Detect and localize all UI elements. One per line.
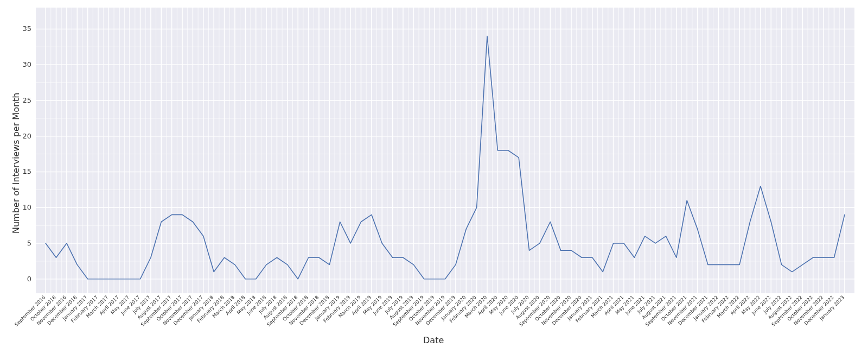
y-tick-label: 15 [22,167,31,175]
y-tick-label: 30 [22,60,31,68]
y-tick-label: 5 [27,239,31,247]
y-tick-label: 25 [22,96,31,104]
chart-container: 05101520253035September 2016October 2016… [0,0,868,353]
y-tick-label: 10 [22,203,31,211]
y-tick-label: 35 [22,24,31,33]
x-axis-label: Date [423,335,444,345]
y-axis-label: Number of Interviews per Month [11,93,21,234]
y-tick-label: 0 [27,275,31,283]
chart-svg: 05101520253035September 2016October 2016… [0,0,868,353]
y-tick-label: 20 [22,132,31,140]
